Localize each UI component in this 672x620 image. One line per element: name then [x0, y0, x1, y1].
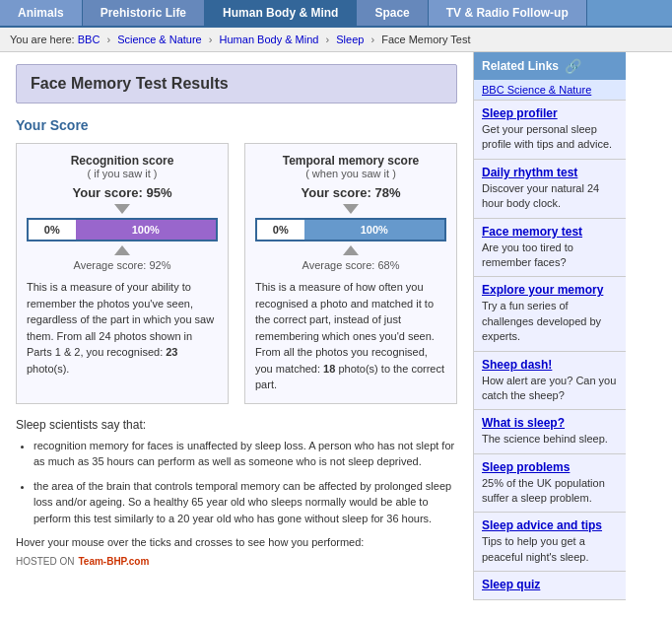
breadcrumb-sep-4: ›	[370, 34, 374, 45]
content-area: Face Memory Test Results Your Score Reco…	[0, 52, 473, 600]
sidebar-sheep-dash-desc: How alert are you? Can you catch the she…	[482, 374, 618, 404]
breadcrumb: You are here: BBC › Science & Nature › H…	[0, 28, 672, 52]
sidebar-sleep-advice: Sleep advice and tips Tips to help you g…	[474, 513, 626, 572]
breadcrumb-bbc[interactable]: BBC	[78, 34, 101, 45]
recognition-slider: 0% 100%	[27, 218, 218, 241]
sidebar-sleep-advice-title[interactable]: Sleep advice and tips	[482, 518, 618, 532]
scientists-intro: Sleep scientists say that:	[16, 418, 457, 432]
temporal-avg: Average score: 68%	[255, 259, 446, 271]
your-score-heading: Your Score	[16, 117, 457, 133]
sidebar-header-label: Related Links	[482, 59, 559, 73]
sidebar-face-memory: Face memory test Are you too tired to re…	[474, 219, 626, 278]
nav-tabs: Animals Prehistoric Life Human Body & Mi…	[0, 0, 672, 28]
list-item: the area of the brain that controls temp…	[34, 478, 457, 527]
sidebar-sleep-quiz-title[interactable]: Sleep quiz	[482, 578, 618, 591]
sidebar-sleep-advice-desc: Tips to help you get a peaceful night's …	[482, 534, 618, 565]
breadcrumb-human-body[interactable]: Human Body & Mind	[220, 34, 319, 45]
sidebar-what-is-sleep: What is sleep? The science behind sleep.	[474, 410, 626, 453]
recognition-count: 23	[166, 346, 177, 358]
temporal-title: Temporal memory score	[255, 154, 446, 168]
temporal-subtitle: ( when you saw it )	[255, 168, 446, 179]
sidebar-explore-memory-desc: Try a fun series of challenges developed…	[482, 299, 618, 344]
breadcrumb-you-are-here: You are here:	[10, 34, 75, 45]
temporal-triangle-up	[343, 245, 359, 255]
sidebar-sleep-profiler: Sleep profiler Get your personal sleep p…	[474, 101, 626, 160]
breadcrumb-sep-2: ›	[209, 34, 213, 45]
sidebar-what-is-sleep-desc: The science behind sleep.	[482, 432, 618, 447]
temporal-bar-left: 0%	[257, 220, 304, 240]
tab-space[interactable]: Space	[357, 0, 428, 26]
sidebar-face-memory-desc: Are you too tired to remember faces?	[482, 241, 618, 271]
recognition-subtitle: ( if you saw it )	[27, 168, 218, 179]
page-title-box: Face Memory Test Results	[16, 64, 457, 103]
sidebar-what-is-sleep-title[interactable]: What is sleep?	[482, 416, 618, 430]
tab-tv-radio[interactable]: TV & Radio Follow-up	[429, 0, 587, 26]
scientists-list: recognition memory for faces is unaffect…	[16, 438, 457, 527]
sidebar-explore-memory-title[interactable]: Explore your memory	[482, 283, 618, 297]
tab-human-body-mind[interactable]: Human Body & Mind	[205, 0, 357, 26]
recognition-triangle-up	[114, 245, 130, 255]
tab-animals[interactable]: Animals	[0, 0, 83, 26]
breadcrumb-current: Face Memory Test	[381, 34, 470, 45]
sidebar-sleep-problems-desc: 25% of the UK population suffer a sleep …	[482, 476, 618, 507]
hosted-label: HOSTED ON	[16, 556, 74, 567]
recognition-bar-left: 0%	[29, 220, 76, 240]
breadcrumb-sep-1: ›	[106, 34, 110, 45]
sidebar-daily-rhythm: Daily rhythm test Discover your natural …	[474, 160, 626, 219]
temporal-triangle-down	[343, 204, 359, 214]
sidebar: Related Links 🔗 BBC Science & Nature Sle…	[473, 52, 626, 600]
breadcrumb-science-nature[interactable]: Science & Nature	[117, 34, 202, 45]
sidebar-header: Related Links 🔗	[474, 52, 626, 80]
recognition-score-val: Your score: 95%	[27, 185, 218, 200]
sidebar-sleep-problems-title[interactable]: Sleep problems	[482, 460, 618, 474]
recognition-bar-right: 100%	[76, 220, 217, 240]
recognition-box: Recognition score ( if you saw it ) Your…	[16, 143, 229, 404]
temporal-slider: 0% 100%	[255, 218, 446, 241]
sidebar-daily-rhythm-desc: Discover your natural 24 hour body clock…	[482, 181, 618, 212]
sidebar-header-icon: 🔗	[565, 58, 581, 74]
recognition-avg: Average score: 92%	[27, 259, 218, 271]
temporal-count: 18	[323, 363, 335, 375]
scientists-section: Sleep scientists say that: recognition m…	[16, 418, 457, 527]
team-bhp-logo: Team-BHP.com	[78, 556, 149, 567]
page-title: Face Memory Test Results	[31, 75, 442, 93]
main-layout: Face Memory Test Results Your Score Reco…	[0, 52, 672, 600]
temporal-bar-right: 100%	[304, 220, 445, 240]
footer-note: Hover your mouse over the ticks and cros…	[16, 536, 457, 548]
sidebar-sheep-dash: Sheep dash! How alert are you? Can you c…	[474, 352, 626, 411]
tab-prehistoric-life[interactable]: Prehistoric Life	[83, 0, 205, 26]
sidebar-sheep-dash-title[interactable]: Sheep dash!	[482, 358, 618, 372]
sidebar-face-memory-title[interactable]: Face memory test	[482, 225, 618, 239]
sidebar-bbc-link[interactable]: BBC Science & Nature	[474, 80, 626, 101]
sidebar-sleep-profiler-desc: Get your personal sleep profile with tip…	[482, 122, 618, 153]
temporal-box: Temporal memory score ( when you saw it …	[244, 143, 457, 404]
sidebar-sleep-profiler-title[interactable]: Sleep profiler	[482, 106, 618, 120]
breadcrumb-sep-3: ›	[326, 34, 330, 45]
list-item: recognition memory for faces is unaffect…	[34, 438, 457, 470]
sidebar-sleep-problems: Sleep problems 25% of the UK population …	[474, 454, 626, 514]
temporal-desc: This is a measure of how often you recog…	[255, 279, 446, 393]
breadcrumb-sleep[interactable]: Sleep	[336, 34, 364, 45]
sidebar-daily-rhythm-title[interactable]: Daily rhythm test	[482, 166, 618, 179]
sidebar-explore-memory: Explore your memory Try a fun series of …	[474, 277, 626, 351]
recognition-title: Recognition score	[27, 154, 218, 168]
recognition-triangle-down	[114, 204, 130, 214]
sidebar-sleep-quiz: Sleep quiz	[474, 572, 626, 600]
score-boxes: Recognition score ( if you saw it ) Your…	[16, 143, 457, 404]
hosted-on: HOSTED ON Team-BHP.com	[16, 556, 457, 567]
recognition-desc: This is a measure of your ability to rem…	[27, 279, 218, 377]
temporal-score-val: Your score: 78%	[255, 185, 446, 200]
